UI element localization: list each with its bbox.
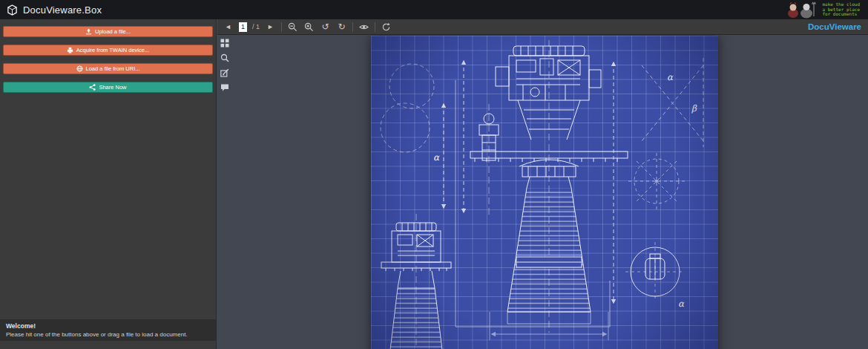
comments-panel-button[interactable] <box>220 82 230 92</box>
docuvieware-app: DocuVieware.Box make the cloud a better … <box>0 0 868 349</box>
toolbar-separator <box>281 22 282 32</box>
document-canvas: α α β α <box>217 35 868 349</box>
action-sidebar: Upload a file... Acquire from TWAIN devi… <box>0 19 217 349</box>
sphere-tank-sketch <box>625 242 685 301</box>
welcome-message: Please hit one of the buttons above or d… <box>6 331 210 338</box>
zoom-in-icon <box>304 22 314 32</box>
zoom-out-icon <box>288 22 297 32</box>
next-page-button[interactable]: ► <box>265 22 276 33</box>
blueprint-page[interactable]: α α β α <box>371 36 718 349</box>
globe-icon <box>76 65 83 72</box>
upload-file-button[interactable]: Upload a file... <box>3 26 213 37</box>
toolbar-separator <box>352 22 353 32</box>
mascot-illustration <box>784 1 818 19</box>
share-now-label: Share Now <box>99 84 126 91</box>
eye-icon <box>359 22 369 32</box>
load-uri-button[interactable]: Load a file from URI... <box>3 63 213 74</box>
search-icon <box>220 53 229 62</box>
annotation-label-dim-alpha: α <box>433 152 440 163</box>
welcome-panel: Welcome! Please hit one of the buttons a… <box>0 319 216 341</box>
comments-icon <box>220 83 229 92</box>
share-icon <box>89 84 96 91</box>
refresh-button[interactable] <box>381 22 392 33</box>
rotate-left-icon: ↺ <box>321 22 329 31</box>
page-number-input[interactable] <box>239 22 247 32</box>
share-now-button[interactable]: Share Now <box>3 82 213 93</box>
thumbnails-panel-button[interactable] <box>220 38 230 48</box>
rotate-right-icon: ↻ <box>338 22 345 31</box>
zoom-out-button[interactable] <box>287 22 298 33</box>
annotations-icon <box>220 68 229 77</box>
radial-construction <box>628 153 685 209</box>
prev-page-icon: ◄ <box>225 23 231 30</box>
zoom-in-button[interactable] <box>303 22 315 33</box>
angle-construction <box>642 58 703 147</box>
upload-icon <box>85 28 92 35</box>
app-title: DocuVieware.Box <box>23 4 102 16</box>
upload-file-label: Upload a file... <box>95 28 131 35</box>
load-uri-label: Load a file from URI... <box>86 65 140 72</box>
search-panel-button[interactable] <box>220 53 230 62</box>
app-logo-icon <box>7 4 18 16</box>
thumbnails-icon <box>220 39 229 48</box>
viewer-toolbar: ◄ / 1 ► ↺ ↻ <box>217 19 868 35</box>
toolbar-separator <box>375 22 375 32</box>
annotations-panel-button[interactable] <box>220 68 230 77</box>
annotation-label-angle-beta: β <box>691 103 697 114</box>
scanner-icon <box>67 47 73 53</box>
blueprint-drawing: α α β α <box>371 36 718 349</box>
refresh-icon <box>381 22 391 32</box>
page-count-label: / 1 <box>252 23 260 30</box>
top-header: DocuVieware.Box make the cloud a better … <box>0 0 868 19</box>
acquire-twain-button[interactable]: Acquire from TWAIN device... <box>3 45 213 56</box>
rotate-left-button[interactable]: ↺ <box>320 22 331 33</box>
rotate-right-button[interactable]: ↻ <box>336 22 347 33</box>
annotation-label-angle-alpha: α <box>667 72 674 82</box>
side-panel-strip <box>217 36 232 92</box>
toggle-annotations-button[interactable] <box>358 22 369 33</box>
annotation-label-sphere-alpha: α <box>678 299 685 309</box>
welcome-title: Welcome! <box>6 322 210 330</box>
prev-page-button[interactable]: ◄ <box>223 22 234 33</box>
construction-circles <box>381 64 434 152</box>
brand-tagline: make the cloud a better place for docume… <box>822 2 860 17</box>
small-engine-drawing <box>381 223 451 349</box>
docuvieware-brand-link[interactable]: DocuVieware <box>808 22 863 31</box>
acquire-twain-label: Acquire from TWAIN device... <box>76 47 149 53</box>
next-page-icon: ► <box>267 23 274 30</box>
